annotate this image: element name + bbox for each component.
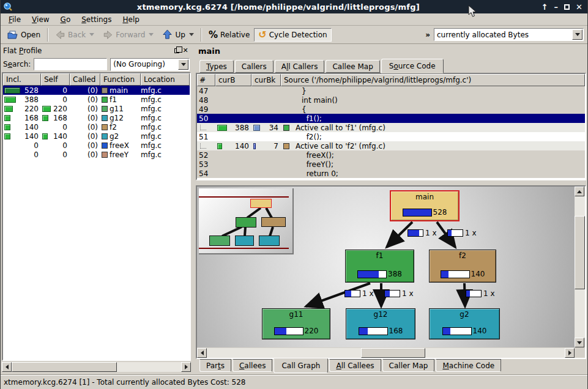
tab-all-callers[interactable]: All Callers bbox=[275, 60, 325, 73]
menu-help[interactable]: Help bbox=[117, 14, 144, 25]
up-button[interactable]: Up bbox=[158, 27, 198, 42]
scrollbar-thumb[interactable] bbox=[12, 362, 117, 372]
dock-title: Flat Profile bbox=[3, 46, 173, 55]
forward-dropdown-icon[interactable] bbox=[149, 33, 154, 36]
event-type-dropdown-icon[interactable] bbox=[572, 29, 582, 40]
call-graph-canvas[interactable]: main 528 f1 388 f2 140 g11 220 bbox=[197, 187, 575, 347]
graph-node-main[interactable]: main 528 bbox=[390, 190, 460, 221]
menu-go[interactable]: Go bbox=[55, 14, 76, 25]
graph-vscrollbar[interactable] bbox=[575, 187, 585, 347]
graph-hscrollbar[interactable] bbox=[197, 347, 575, 358]
menu-file[interactable]: File bbox=[3, 14, 26, 25]
graph-overview[interactable] bbox=[199, 188, 294, 254]
search-input[interactable] bbox=[34, 58, 107, 70]
scroll-right-icon[interactable] bbox=[565, 348, 575, 358]
up-dropdown-icon[interactable] bbox=[189, 33, 194, 36]
function-color-swatch bbox=[283, 143, 289, 149]
graph-node-g2[interactable]: g2 140 bbox=[429, 308, 500, 339]
scroll-left-icon[interactable] bbox=[197, 348, 207, 358]
graph-node-g11[interactable]: g11 220 bbox=[262, 308, 330, 339]
toolbar-overflow-icon[interactable]: » bbox=[425, 31, 430, 39]
call-graph-view: main 528 f1 388 f2 140 g11 220 bbox=[196, 185, 586, 359]
relative-toggle[interactable]: % Relative bbox=[204, 27, 254, 43]
tab-all-callees[interactable]: All Callees bbox=[329, 359, 381, 372]
flat-profile-table-header: Incl. Self Called Function Location bbox=[3, 73, 190, 86]
open-button[interactable]: Open bbox=[3, 28, 45, 42]
tab-callee-map[interactable]: Callee Map bbox=[326, 60, 379, 73]
tab-parts[interactable]: Parts bbox=[199, 359, 231, 372]
dock-close-button[interactable]: ✕ bbox=[181, 46, 190, 55]
source-line-selected[interactable]: 50 f1(); bbox=[197, 114, 585, 123]
tab-call-graph[interactable]: Call Graph bbox=[274, 358, 328, 373]
grouping-dropdown-icon[interactable] bbox=[178, 59, 188, 70]
source-line[interactable]: 47 } bbox=[197, 86, 585, 95]
table-row-freeX[interactable]: 0 0 (0) freeX mfg.c bbox=[3, 141, 190, 150]
source-line[interactable]: 54 return 0; bbox=[197, 169, 585, 178]
table-row-f1[interactable]: 388 0 (0) f1 mfg.c bbox=[3, 95, 190, 104]
column-header-curb[interactable]: curB bbox=[215, 74, 251, 86]
detail-pane: main Types Callers All Callers Callee Ma… bbox=[196, 44, 587, 374]
tab-source-code[interactable]: Source Code bbox=[381, 59, 444, 73]
table-row-g12[interactable]: 168 168 (0) g12 mfg.c bbox=[3, 113, 190, 122]
column-header-curbk[interactable]: curBk bbox=[251, 74, 281, 86]
grouping-select[interactable]: (No Grouping) bbox=[110, 58, 190, 71]
scrollbar-thumb[interactable] bbox=[575, 216, 585, 289]
up-icon bbox=[162, 29, 173, 40]
back-button[interactable]: Back bbox=[51, 28, 99, 42]
source-line[interactable]: 52 freeX(); bbox=[197, 150, 585, 160]
flat-profile-panel: Flat Profile ✕ Search: (No Grouping) Inc… bbox=[1, 44, 192, 374]
column-header-location[interactable]: Location bbox=[141, 73, 190, 86]
dock-float-button[interactable] bbox=[173, 46, 181, 55]
menu-settings[interactable]: Settings bbox=[76, 14, 117, 25]
table-row-main[interactable]: 528 0 (0) main mfg.c bbox=[3, 86, 190, 95]
scrollbar-thumb[interactable] bbox=[361, 348, 425, 358]
menu-view[interactable]: View bbox=[26, 14, 54, 25]
detail-splitter[interactable] bbox=[196, 180, 586, 185]
column-header-called[interactable]: Called bbox=[70, 73, 100, 86]
source-line[interactable]: 48 int main() bbox=[197, 95, 585, 105]
graph-node-f2[interactable]: f2 140 bbox=[429, 250, 496, 283]
cost-bar bbox=[359, 327, 388, 335]
scroll-up-icon[interactable] bbox=[575, 187, 584, 196]
graph-node-f1[interactable]: f1 388 bbox=[345, 250, 414, 283]
overview-node-g11 bbox=[209, 235, 230, 246]
source-call-annotation[interactable]: 388 34 Active call to 'f1' (mfg.c) bbox=[197, 123, 585, 132]
keep-above-icon[interactable]: ↑ bbox=[541, 3, 548, 11]
column-header-function[interactable]: Function bbox=[100, 73, 141, 86]
table-row-f2[interactable]: 140 0 (0) f2 mfg.c bbox=[3, 122, 190, 132]
scroll-left-icon[interactable] bbox=[2, 362, 12, 372]
tab-callers[interactable]: Callers bbox=[235, 60, 274, 73]
table-row-freeY[interactable]: 0 0 (0) freeY mfg.c bbox=[3, 150, 190, 159]
column-header-source[interactable]: Source ('/home/philippe/valgrind/littlep… bbox=[281, 74, 585, 86]
flat-profile-hscrollbar[interactable] bbox=[2, 362, 191, 372]
table-row-g2[interactable]: 140 140 (0) g2 mfg.c bbox=[3, 132, 190, 141]
source-call-annotation[interactable]: 140 7 Active call to 'f2' (mfg.c) bbox=[197, 141, 585, 150]
statusbar: xtmemory.kcg.6274 [1] - Total currently … bbox=[1, 374, 587, 389]
back-dropdown-icon[interactable] bbox=[89, 33, 94, 36]
cycle-detection-toggle[interactable]: ↺ Cycle Detection bbox=[254, 28, 331, 42]
function-color-swatch bbox=[102, 97, 108, 103]
column-header-line[interactable]: # bbox=[197, 74, 215, 86]
bottom-tabs: Parts Callees Call Graph All Callees Cal… bbox=[196, 359, 586, 374]
source-line[interactable]: 51 f2(); bbox=[197, 132, 585, 141]
close-icon[interactable]: ✕ bbox=[576, 3, 582, 11]
forward-button[interactable]: Forward bbox=[99, 28, 158, 42]
minimize-icon[interactable]: – bbox=[554, 3, 559, 11]
maximize-icon[interactable] bbox=[564, 4, 570, 10]
source-line[interactable]: 49 { bbox=[197, 105, 585, 114]
tab-callees[interactable]: Callees bbox=[233, 359, 272, 372]
column-header-incl[interactable]: Incl. bbox=[3, 73, 41, 86]
scroll-down-icon[interactable] bbox=[575, 338, 584, 347]
source-line[interactable]: 53 freeY(); bbox=[197, 160, 585, 169]
scroll-right-icon[interactable] bbox=[181, 362, 191, 372]
edge-label-main-f2: 1 x bbox=[447, 229, 477, 237]
graph-node-g12[interactable]: g12 168 bbox=[346, 308, 415, 339]
table-row-g11[interactable]: 220 220 (0) g11 mfg.c bbox=[3, 104, 190, 113]
tab-machine-code[interactable]: Machine Code bbox=[436, 359, 501, 372]
tab-types[interactable]: Types bbox=[199, 60, 234, 73]
event-type-select[interactable]: currently allocated Bytes bbox=[434, 28, 584, 41]
toolbar-separator bbox=[201, 28, 202, 42]
tab-caller-map[interactable]: Caller Map bbox=[382, 359, 435, 372]
column-header-self[interactable]: Self bbox=[41, 73, 70, 86]
titlebar: xtmemory.kcg.6274 [/home/philippe/valgri… bbox=[1, 0, 587, 13]
